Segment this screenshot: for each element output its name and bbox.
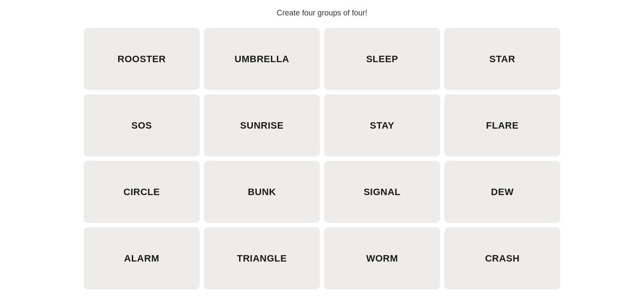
tile-sleep[interactable]: SLEEP	[324, 28, 440, 90]
tile-label-signal: SIGNAL	[364, 187, 401, 198]
tile-label-rooster: ROOSTER	[118, 54, 166, 65]
tile-alarm[interactable]: ALARM	[84, 227, 200, 289]
tile-crash[interactable]: CRASH	[444, 227, 560, 289]
tile-label-umbrella: UMBRELLA	[234, 54, 289, 65]
tile-label-sos: SOS	[131, 120, 152, 131]
tile-dew[interactable]: DEW	[444, 161, 560, 223]
tile-sunrise[interactable]: SUNRISE	[204, 94, 320, 157]
tile-label-star: STAR	[489, 54, 515, 65]
tile-signal[interactable]: SIGNAL	[324, 161, 440, 223]
tile-flare[interactable]: FLARE	[444, 94, 560, 157]
tile-label-crash: CRASH	[485, 253, 520, 264]
tile-worm[interactable]: WORM	[324, 227, 440, 289]
tile-label-stay: STAY	[370, 120, 394, 131]
tile-label-alarm: ALARM	[124, 253, 159, 264]
tile-label-triangle: TRIANGLE	[237, 253, 287, 264]
subtitle: Create four groups of four!	[276, 9, 367, 18]
tile-circle[interactable]: CIRCLE	[84, 161, 200, 223]
tile-triangle[interactable]: TRIANGLE	[204, 227, 320, 289]
tile-label-circle: CIRCLE	[124, 187, 160, 198]
word-grid: ROOSTERUMBRELLASLEEPSTARSOSSUNRISESTAYFL…	[84, 28, 560, 289]
tile-sos[interactable]: SOS	[84, 94, 200, 157]
tile-rooster[interactable]: ROOSTER	[84, 28, 200, 90]
tile-label-worm: WORM	[366, 253, 398, 264]
tile-label-sunrise: SUNRISE	[240, 120, 283, 131]
tile-umbrella[interactable]: UMBRELLA	[204, 28, 320, 90]
tile-stay[interactable]: STAY	[324, 94, 440, 157]
tile-label-bunk: BUNK	[248, 187, 276, 198]
tile-star[interactable]: STAR	[444, 28, 560, 90]
tile-label-dew: DEW	[491, 187, 514, 198]
tile-label-flare: FLARE	[486, 120, 519, 131]
tile-bunk[interactable]: BUNK	[204, 161, 320, 223]
tile-label-sleep: SLEEP	[366, 54, 398, 65]
